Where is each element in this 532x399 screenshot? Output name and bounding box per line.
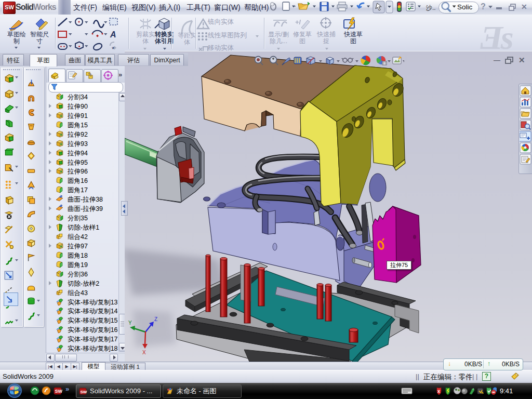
svg-text:x: x — [437, 389, 440, 394]
svg-text:X: X — [142, 350, 146, 355]
svg-text:A: A — [110, 30, 116, 39]
svg-text:Z: Z — [154, 316, 157, 322]
svg-text:*: * — [10, 163, 12, 168]
svg-text:Y: Y — [128, 320, 132, 326]
svg-text:SW: SW — [81, 390, 87, 394]
svg-text:+/: +/ — [295, 18, 301, 26]
svg-text:*: * — [112, 45, 114, 53]
svg-text:SW: SW — [55, 389, 63, 394]
